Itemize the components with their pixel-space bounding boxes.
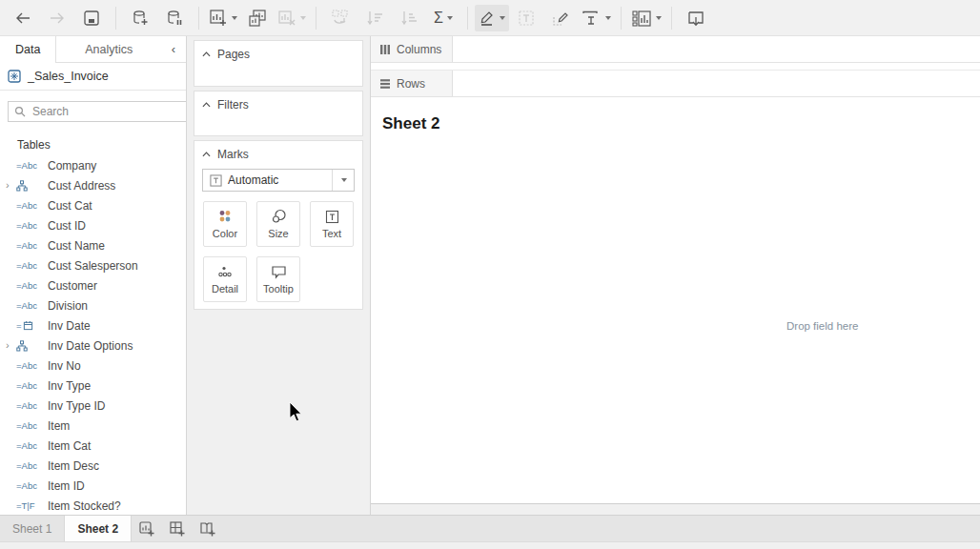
field-name: Cust Cat — [48, 199, 92, 213]
fit-caret-icon[interactable] — [605, 16, 611, 20]
field-name: Inv Date Options — [48, 339, 133, 353]
field-type-icon: =T|F — [16, 500, 46, 511]
show-hide-cards-icon[interactable] — [628, 5, 664, 31]
field-row[interactable]: =Inv Date — [0, 315, 186, 336]
field-row[interactable]: =AbcItem — [0, 416, 186, 436]
tables-header: Tables — [0, 132, 186, 155]
new-worksheet-tab-icon[interactable] — [132, 516, 162, 541]
field-row[interactable]: =AbcInv Type — [0, 376, 186, 396]
data-pane: Data Analytics ‹ _Sales_Invoice ▼ Tables… — [0, 36, 187, 515]
field-type-icon: =Abc — [16, 380, 46, 391]
sheet-tab-bar: Sheet 1 Sheet 2 — [0, 515, 980, 541]
drop-field-hint[interactable]: Drop field here — [786, 320, 858, 332]
rows-drop-zone[interactable] — [453, 71, 980, 96]
expand-icon[interactable]: › — [6, 180, 16, 191]
status-bar — [0, 541, 980, 549]
sheet-tab-2[interactable]: Sheet 2 — [64, 516, 132, 541]
columns-icon — [379, 44, 391, 55]
totals-icon[interactable]: Σ — [426, 5, 460, 31]
format-icon[interactable] — [543, 5, 578, 31]
datasource-row[interactable]: _Sales_Invoice — [0, 63, 186, 91]
field-name: Item Cat — [48, 439, 91, 453]
download-icon[interactable] — [679, 5, 713, 31]
field-name: Cust ID — [48, 219, 86, 233]
hierarchy-icon — [16, 340, 28, 352]
field-type-icon: =Abc — [16, 260, 46, 271]
text-button[interactable]: Text — [310, 201, 354, 247]
highlight-caret-icon[interactable] — [500, 16, 505, 20]
tooltip-button[interactable]: Tooltip — [256, 256, 300, 302]
field-row[interactable]: =AbcInv No — [0, 356, 186, 376]
hierarchy-icon — [16, 180, 28, 192]
mark-type-caret-icon[interactable] — [332, 170, 354, 191]
save-icon[interactable] — [74, 5, 109, 31]
detail-button[interactable]: Detail — [203, 256, 247, 302]
rows-shelf: Rows — [371, 71, 980, 97]
new-worksheet-caret-icon[interactable] — [232, 16, 237, 20]
field-name: Inv Date — [48, 319, 91, 333]
search-box[interactable] — [8, 101, 187, 122]
collapse-chevron-icon[interactable] — [202, 51, 211, 57]
pages-card[interactable]: Pages — [194, 40, 363, 87]
field-row[interactable]: =AbcCust ID — [0, 215, 186, 235]
field-row[interactable]: ›Inv Date Options — [0, 336, 186, 356]
expand-icon[interactable]: › — [6, 340, 16, 351]
field-type-icon: =Abc — [16, 200, 46, 211]
field-name: Cust Salesperson — [48, 259, 138, 273]
new-worksheet-icon[interactable] — [206, 5, 240, 31]
duplicate-sheet-icon[interactable] — [240, 5, 275, 31]
view-canvas[interactable]: Sheet 2 Drop field here — [371, 97, 980, 504]
datasource-name: _Sales_Invoice — [28, 70, 109, 83]
field-row[interactable]: =AbcInv Type ID — [0, 396, 186, 416]
field-row[interactable]: =AbcItem Desc — [0, 456, 186, 476]
new-story-tab-icon[interactable] — [193, 516, 223, 541]
mark-type-dropdown[interactable]: Automatic — [202, 169, 355, 192]
tooltip-icon — [271, 265, 287, 279]
collapse-chevron-icon[interactable] — [202, 102, 211, 108]
field-row[interactable]: =AbcCompany — [0, 155, 186, 175]
new-data-source-icon[interactable] — [123, 5, 157, 31]
collapse-pane-icon[interactable]: ‹ — [161, 36, 186, 63]
field-type-icon: =Abc — [16, 440, 46, 451]
field-row[interactable]: =AbcCust Salesperson — [0, 255, 186, 275]
pause-auto-updates-icon[interactable] — [157, 5, 192, 31]
new-dashboard-tab-icon[interactable] — [162, 516, 193, 541]
search-input[interactable] — [31, 104, 182, 119]
color-button[interactable]: Color — [203, 201, 247, 247]
sheet-area: Columns Rows Sheet 2 Drop field here — [370, 36, 980, 515]
color-icon — [217, 209, 233, 224]
marks-buttons: Color Size Text Detail Tooltip — [194, 197, 362, 314]
field-row[interactable]: =AbcItem ID — [0, 476, 186, 496]
show-hide-cards-caret-icon[interactable] — [656, 16, 662, 20]
field-name: Item — [48, 419, 70, 433]
sheet-tab-1[interactable]: Sheet 1 — [0, 516, 64, 541]
swap-rows-columns-icon — [323, 5, 357, 31]
tab-analytics[interactable]: Analytics — [56, 36, 161, 63]
field-row[interactable]: =AbcDivision — [0, 295, 186, 315]
columns-drop-zone[interactable] — [453, 36, 980, 62]
totals-caret-icon[interactable] — [447, 16, 453, 20]
pages-card-label: Pages — [217, 48, 250, 61]
highlight-icon[interactable] — [475, 5, 509, 31]
undo-icon[interactable] — [6, 5, 40, 31]
rows-icon — [379, 78, 391, 90]
toolbar: Σ — [0, 0, 980, 36]
field-row[interactable]: =T|FItem Stocked? — [0, 496, 186, 515]
field-row[interactable]: =AbcCust Cat — [0, 195, 186, 215]
field-name: Cust Name — [48, 239, 105, 253]
tab-data[interactable]: Data — [0, 36, 56, 63]
sort-ascending-icon — [357, 5, 392, 31]
redo-icon[interactable] — [40, 5, 74, 31]
field-row[interactable]: ›Cust Address — [0, 175, 186, 195]
cards-panel: Pages Filters Marks — [187, 36, 370, 515]
collapse-chevron-icon[interactable] — [202, 152, 211, 157]
field-name: Item Stocked? — [48, 499, 121, 513]
fit-icon[interactable] — [578, 5, 614, 31]
toolbar-divider — [467, 7, 468, 30]
field-row[interactable]: =AbcCustomer — [0, 275, 186, 295]
filters-card[interactable]: Filters — [194, 91, 363, 136]
field-row[interactable]: =AbcItem Cat — [0, 436, 186, 456]
size-button[interactable]: Size — [256, 201, 300, 247]
field-row[interactable]: =AbcCust Name — [0, 235, 186, 255]
filters-card-label: Filters — [217, 98, 249, 112]
